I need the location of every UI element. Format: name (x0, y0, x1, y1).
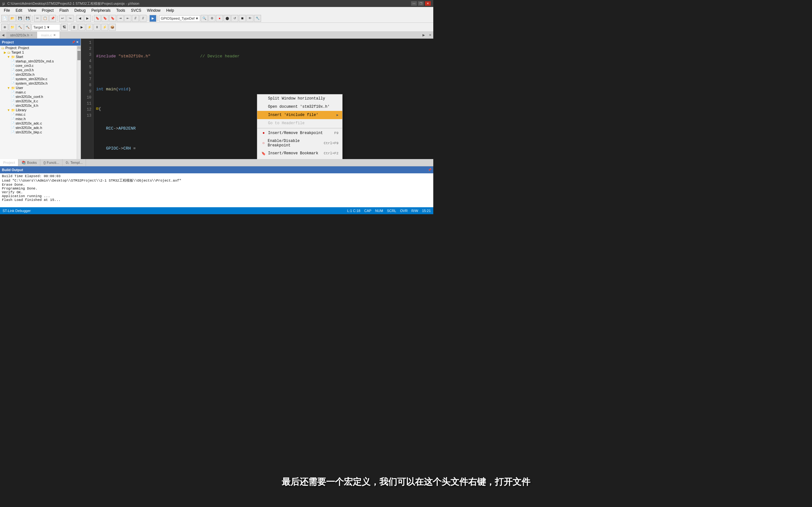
tree-miscc[interactable]: 📄 misc.c (0, 112, 77, 117)
menu-item-tools[interactable]: Tools (114, 8, 128, 13)
menu-item-window[interactable]: Window (144, 8, 163, 13)
build-button[interactable]: ▶ (149, 15, 156, 22)
tree-adcc[interactable]: 📄 stm32f10x_adc.c (0, 121, 77, 125)
tb2-flash[interactable]: ⚡ (101, 24, 108, 31)
menu-item-view[interactable]: View (26, 8, 39, 13)
tree-adch[interactable]: 📄 stm32f10x_adc.h (0, 125, 77, 130)
tb2-clean[interactable]: 🗑 (71, 24, 78, 31)
scroll-thumb[interactable] (78, 51, 81, 60)
ctx-open-document[interactable]: Open document 'stm32f10x.h' (257, 103, 342, 111)
tree-sysf10xh[interactable]: 📄 system_stm32f10x.h (0, 81, 77, 86)
tabs-nav-right[interactable]: ▶ (420, 33, 427, 37)
code-editor[interactable]: 1 2 3 4 5 6 7 8 9 10 11 12 13 #include "… (81, 39, 433, 159)
tb2-btn5[interactable]: 🏗 (61, 24, 68, 31)
redo-button[interactable]: ↪ (67, 15, 73, 22)
ctx-split-window[interactable]: Split Window horizontally (257, 95, 342, 103)
menu-item-project[interactable]: Project (39, 8, 56, 13)
options-button[interactable]: 🔧 (254, 15, 261, 22)
menu-item-debug[interactable]: Debug (72, 8, 88, 13)
menu-item-peripherals[interactable]: Peripherals (89, 8, 113, 13)
stop-button[interactable]: ⬤ (223, 15, 231, 22)
tb2-stop[interactable]: ⏸ (94, 24, 101, 31)
bottom-tab-templ[interactable]: 0↓ Templ... (62, 159, 86, 166)
tb2-btn3[interactable]: 🔨 (16, 24, 23, 31)
tabs-nav-left[interactable]: ◀ (0, 32, 6, 38)
menu-item-help[interactable]: Help (164, 8, 177, 13)
paste-button[interactable]: 📌 (49, 15, 56, 22)
tree-root[interactable]: 🗂 Project: Project (0, 46, 77, 50)
kill-button[interactable]: ⏹ (239, 15, 246, 22)
bookmark2-button[interactable]: 🔖 (101, 15, 108, 22)
tree-confh[interactable]: 📄 stm32f10x_conf.h (0, 95, 77, 99)
menu-item-edit[interactable]: Edit (13, 8, 25, 13)
ctx-undo[interactable]: ↩ Undo Ctrl+Z (257, 158, 342, 159)
ctx-insert-breakpoint[interactable]: ● Insert/Remove Breakpoint F9 (257, 129, 342, 137)
cut-button[interactable]: ✂ (34, 15, 41, 22)
tree-start-group[interactable]: ▼ 📁 Start (0, 55, 77, 59)
tree-lib-group[interactable]: ▼ 📁 Library (0, 108, 77, 112)
comment-button[interactable]: // (132, 15, 139, 22)
menu-item-flash[interactable]: Flash (57, 8, 71, 13)
unindent-button[interactable]: ⇤ (124, 15, 131, 22)
nav-back-button[interactable]: ◀ (77, 15, 84, 22)
copy-button[interactable]: 📋 (42, 15, 49, 22)
tb2-build[interactable]: ▶ (78, 24, 85, 31)
uncomment-button[interactable]: // (140, 15, 147, 22)
undo-button[interactable]: ↩ (59, 15, 66, 22)
restore-button[interactable]: ❐ (418, 1, 424, 6)
indent-button[interactable]: ⇥ (117, 15, 124, 22)
nav-forward-button[interactable]: ▶ (84, 15, 91, 22)
tree-startup[interactable]: 📄 startup_stm32f10x_md.s (0, 59, 77, 63)
minimize-button[interactable]: — (411, 1, 417, 6)
gpio-dropdown[interactable]: GPIOSpeed_TypeDef ▼ (159, 15, 200, 21)
tree-itc[interactable]: 📄 stm32f10x_it.c (0, 99, 77, 103)
search-button[interactable]: 🔍 (201, 15, 208, 22)
scroll-up-arrow[interactable]: ▲ (78, 46, 81, 49)
tree-target1[interactable]: ▶ 🗂 Target 1 (0, 50, 77, 55)
menu-item-svcs[interactable]: SVCS (129, 8, 144, 13)
tree-sysf10xc[interactable]: 📄 system_stm32f10x.c (0, 77, 77, 81)
build-content[interactable]: Build Time Elapsed: 00:00:03 Load "C:\\U… (0, 173, 433, 207)
reset-button[interactable]: ↺ (231, 15, 238, 22)
tb2-btn2[interactable]: 📁 (9, 24, 16, 31)
tree-bkpc[interactable]: 📄 stm32f10x_bkp.c (0, 130, 77, 134)
sidebar-scrollbar[interactable]: ▲ (77, 46, 81, 159)
bottom-tab-books[interactable]: 📚 Books (18, 159, 40, 166)
tb2-multi[interactable]: ⚡ (86, 24, 93, 31)
menu-item-file[interactable]: File (1, 8, 12, 13)
new-file-button[interactable]: 📄 (1, 15, 8, 22)
save-all-button[interactable]: 💾 (24, 15, 31, 22)
tab-close-icon[interactable]: ✕ (53, 34, 56, 37)
tree-misch[interactable]: 📄 misc.h (0, 117, 77, 121)
tb2-pkg[interactable]: 📦 (109, 24, 116, 31)
bottom-tab-functi[interactable]: {} Functi... (40, 159, 63, 166)
ctx-goto-header[interactable]: Go to Headerfile (257, 119, 342, 127)
bottom-tab-project[interactable]: Project (0, 159, 18, 166)
ctx-enable-breakpoint[interactable]: ○ Enable/Disable Breakpoint Ctrl+F9 (257, 137, 342, 149)
tree-user-group[interactable]: ▼ 📁 User (0, 86, 77, 90)
tree-ith[interactable]: 📄 stm32f10x_it.h (0, 103, 77, 108)
view-button[interactable]: 👁 (247, 15, 253, 22)
save-button[interactable]: 💾 (16, 15, 23, 22)
bookmark1-button[interactable]: 🔖 (94, 15, 101, 22)
ctx-insert-include[interactable]: Insert '#include file' ▶ (257, 111, 342, 119)
tab-close-icon[interactable]: ✕ (31, 34, 33, 37)
ctx-insert-bookmark[interactable]: 🔖 Insert/Remove Bookmark Ctrl+F2 (257, 149, 342, 158)
tb2-btn4[interactable]: 🔨 (24, 24, 31, 31)
tab-mainc[interactable]: main.c✕ (37, 32, 60, 38)
tree-corecm3h[interactable]: 📄 core_cm3.h (0, 68, 77, 72)
tab-stm32f10xh[interactable]: stm32f10x.h✕ (6, 32, 37, 38)
tree-stm32h[interactable]: 📄 stm32f10x.h (0, 72, 77, 77)
debug-button[interactable]: ⚙ (208, 15, 215, 22)
tabs-close-all[interactable]: ✕ (427, 33, 433, 37)
build-pin-icon[interactable]: 📌 (428, 168, 432, 171)
open-button[interactable]: 📂 (9, 15, 16, 22)
bookmark3-button[interactable]: 🔖 (109, 15, 116, 22)
tree-corecm3c[interactable]: 📄 core_cm3.c (0, 63, 77, 68)
close-button[interactable]: ✕ (425, 1, 431, 6)
tb2-btn1[interactable]: ⊕ (1, 24, 8, 31)
record-button[interactable]: ● (216, 15, 223, 22)
sidebar-pin-icon[interactable]: 📌 (72, 41, 75, 44)
sidebar-close-icon[interactable]: ✕ (76, 41, 79, 44)
target-dropdown[interactable]: Target 1 ▼ (32, 24, 60, 31)
